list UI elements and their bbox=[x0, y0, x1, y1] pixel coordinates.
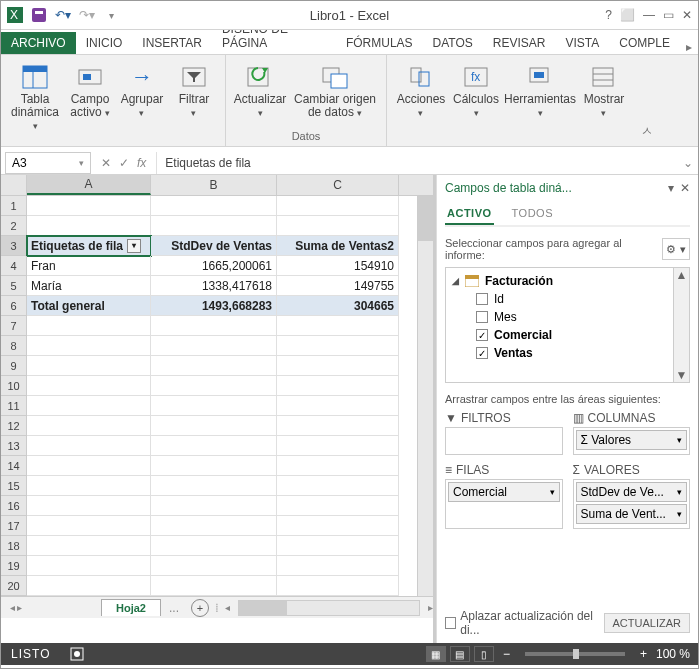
cell[interactable] bbox=[151, 376, 277, 396]
cell[interactable]: 154910 bbox=[277, 256, 399, 276]
row-header[interactable]: 6 bbox=[1, 296, 27, 316]
cell[interactable] bbox=[277, 516, 399, 536]
campo-activo-button[interactable]: Campo activo ▾ bbox=[65, 59, 115, 137]
fields-scrollbar[interactable]: ▲▼ bbox=[673, 268, 689, 382]
herramientas-button[interactable]: Herramientas▾ bbox=[503, 59, 577, 124]
cell[interactable] bbox=[277, 376, 399, 396]
filters-area[interactable] bbox=[445, 427, 563, 455]
cell[interactable] bbox=[277, 436, 399, 456]
cell[interactable] bbox=[27, 536, 151, 556]
taskpane-gear-button[interactable]: ⚙ ▾ bbox=[662, 238, 690, 260]
sheet-tab-active[interactable]: Hoja2 bbox=[101, 599, 161, 616]
cell[interactable] bbox=[27, 516, 151, 536]
select-all-corner[interactable] bbox=[1, 175, 27, 195]
row-header[interactable]: 2 bbox=[1, 216, 27, 236]
cell[interactable]: 1665,200061 bbox=[151, 256, 277, 276]
row-header[interactable]: 1 bbox=[1, 196, 27, 216]
tab-formulas[interactable]: FÓRMULAS bbox=[336, 32, 423, 54]
cell[interactable] bbox=[277, 396, 399, 416]
cell[interactable] bbox=[151, 316, 277, 336]
enter-formula-icon[interactable]: ✓ bbox=[119, 156, 129, 170]
row-header[interactable]: 10 bbox=[1, 376, 27, 396]
cell[interactable] bbox=[277, 476, 399, 496]
ribbon-overflow-icon[interactable]: ▸ bbox=[680, 40, 698, 54]
tab-activo[interactable]: ACTIVO bbox=[445, 203, 494, 225]
cell[interactable] bbox=[27, 436, 151, 456]
cell[interactable] bbox=[277, 356, 399, 376]
filter-dropdown-icon[interactable]: ▾ bbox=[127, 239, 141, 253]
cell[interactable] bbox=[277, 556, 399, 576]
tab-vista[interactable]: VISTA bbox=[556, 32, 610, 54]
hscroll-right-icon[interactable]: ▸ bbox=[426, 602, 433, 613]
zoom-level[interactable]: 100 % bbox=[656, 647, 690, 661]
minimize-icon[interactable]: — bbox=[643, 8, 655, 22]
redo-icon[interactable]: ↷▾ bbox=[77, 5, 97, 25]
cell[interactable] bbox=[27, 456, 151, 476]
checkbox-icon[interactable]: ✓ bbox=[476, 329, 488, 341]
tab-comple[interactable]: COMPLE bbox=[609, 32, 680, 54]
cancel-formula-icon[interactable]: ✕ bbox=[101, 156, 111, 170]
col-header-c[interactable]: C bbox=[277, 175, 399, 195]
filtrar-button[interactable]: Filtrar▾ bbox=[169, 59, 219, 137]
acciones-button[interactable]: Acciones▾ bbox=[393, 59, 449, 124]
checkbox-icon[interactable] bbox=[476, 311, 488, 323]
cambiar-origen-button[interactable]: Cambiar origen de datos ▾ bbox=[290, 59, 380, 124]
col-header-a[interactable]: A bbox=[27, 175, 151, 195]
name-box[interactable]: A3 ▾ bbox=[5, 152, 91, 174]
checkbox-icon[interactable] bbox=[476, 293, 488, 305]
row-header[interactable]: 16 bbox=[1, 496, 27, 516]
cell[interactable] bbox=[151, 536, 277, 556]
row-header[interactable]: 17 bbox=[1, 516, 27, 536]
cell[interactable]: 149755 bbox=[277, 276, 399, 296]
cell[interactable] bbox=[277, 336, 399, 356]
calculos-button[interactable]: fx Cálculos▾ bbox=[451, 59, 501, 124]
cell[interactable] bbox=[27, 316, 151, 336]
name-box-arrow-icon[interactable]: ▾ bbox=[79, 158, 84, 168]
hscroll-left-icon[interactable]: ◂ bbox=[225, 602, 232, 613]
cell[interactable] bbox=[277, 216, 399, 236]
col-header-b[interactable]: B bbox=[151, 175, 277, 195]
zoom-out-button[interactable]: − bbox=[498, 647, 515, 661]
area-item[interactable]: Suma de Vent...▾ bbox=[576, 504, 688, 524]
row-header[interactable]: 8 bbox=[1, 336, 27, 356]
cell[interactable] bbox=[151, 516, 277, 536]
row-header[interactable]: 14 bbox=[1, 456, 27, 476]
row-header[interactable]: 18 bbox=[1, 536, 27, 556]
cell[interactable]: Suma de Ventas2 bbox=[277, 236, 399, 256]
tab-revisar[interactable]: REVISAR bbox=[483, 32, 556, 54]
maximize-icon[interactable]: ▭ bbox=[663, 8, 674, 22]
cell[interactable] bbox=[151, 476, 277, 496]
cell[interactable] bbox=[27, 496, 151, 516]
fx-icon[interactable]: fx bbox=[137, 156, 146, 170]
formula-input[interactable]: Etiquetas de fila bbox=[156, 152, 678, 174]
cell[interactable] bbox=[151, 336, 277, 356]
cell[interactable] bbox=[27, 556, 151, 576]
field-row[interactable]: Mes bbox=[446, 308, 673, 326]
cell[interactable] bbox=[151, 496, 277, 516]
cell[interactable] bbox=[277, 196, 399, 216]
field-row[interactable]: Id bbox=[446, 290, 673, 308]
cell[interactable]: StdDev de Ventas bbox=[151, 236, 277, 256]
cell[interactable] bbox=[27, 416, 151, 436]
cell[interactable]: Total general bbox=[27, 296, 151, 316]
help-icon[interactable]: ? bbox=[605, 8, 612, 22]
macro-record-icon[interactable] bbox=[70, 647, 84, 661]
cell[interactable] bbox=[151, 436, 277, 456]
undo-icon[interactable]: ↶▾ bbox=[53, 5, 73, 25]
cell[interactable] bbox=[27, 196, 151, 216]
cell[interactable] bbox=[27, 336, 151, 356]
cell[interactable] bbox=[151, 396, 277, 416]
cell[interactable] bbox=[27, 396, 151, 416]
cell[interactable] bbox=[27, 216, 151, 236]
row-header[interactable]: 15 bbox=[1, 476, 27, 496]
cell[interactable] bbox=[151, 556, 277, 576]
row-header[interactable]: 20 bbox=[1, 576, 27, 596]
cell[interactable]: María bbox=[27, 276, 151, 296]
rows-area[interactable]: Comercial▾ bbox=[445, 479, 563, 529]
qat-customize-icon[interactable]: ▾ bbox=[101, 5, 121, 25]
area-item[interactable]: Σ Valores▾ bbox=[576, 430, 688, 450]
cell[interactable] bbox=[277, 576, 399, 596]
close-icon[interactable]: ✕ bbox=[682, 8, 692, 22]
row-header[interactable]: 7 bbox=[1, 316, 27, 336]
vertical-scrollbar[interactable] bbox=[417, 196, 433, 596]
